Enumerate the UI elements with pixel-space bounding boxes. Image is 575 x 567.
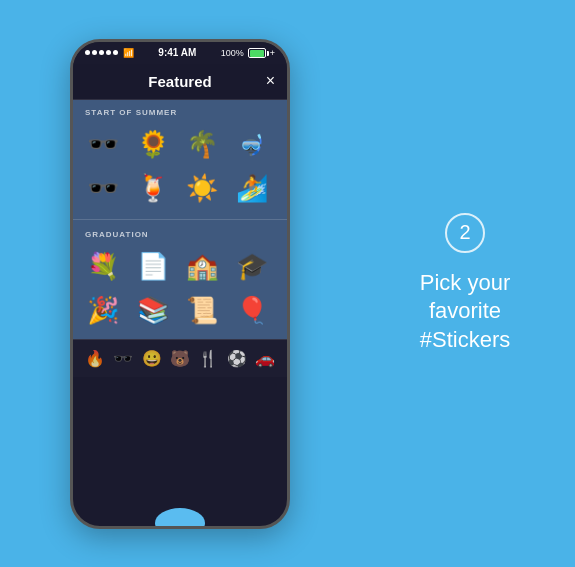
sticker-diploma[interactable]: 📄 xyxy=(133,247,173,287)
dot-5 xyxy=(113,50,118,55)
battery-fill xyxy=(250,50,264,57)
info-line-2: favorite xyxy=(420,297,510,326)
glasses-icon: 🕶️ xyxy=(113,349,133,368)
dot-1 xyxy=(85,50,90,55)
modal-title: Featured xyxy=(148,73,211,90)
status-time: 9:41 AM xyxy=(158,47,196,58)
step-number-circle: 2 xyxy=(445,213,485,253)
sticker-graduation-cap[interactable]: 🎓 xyxy=(232,247,272,287)
section-label-graduation: GRADUATION xyxy=(73,222,287,243)
sticker-balloons[interactable]: 🎈 xyxy=(232,291,272,331)
sticker-snorkel[interactable]: 🤿 xyxy=(232,125,272,165)
toolbar-item-food[interactable]: 🍴 xyxy=(198,349,218,368)
car-icon: 🚗 xyxy=(255,349,275,368)
sticker-palm-tree[interactable]: 🌴 xyxy=(182,125,222,165)
emoji-icon: 😀 xyxy=(142,349,162,368)
toolbar-item-fire[interactable]: 🔥 xyxy=(85,349,105,368)
section-graduation: GRADUATION 💐 📄 🏫 🎓 🎉 📚 📜 🎈 xyxy=(73,222,287,339)
close-button[interactable]: × xyxy=(266,72,275,90)
section-summer: START OF SUMMER 🕶️ 🌻 🌴 🤿 🕶️ 🍹 ☀️ 🏄 xyxy=(73,100,287,217)
modal-header: Featured × xyxy=(73,64,287,100)
plus-icon: + xyxy=(270,48,275,58)
fire-icon: 🔥 xyxy=(85,349,105,368)
wifi-icon: 📶 xyxy=(123,48,134,58)
sticker-sunflower[interactable]: 🌻 xyxy=(133,125,173,165)
page-wrapper: 📶 9:41 AM 100% + Featured × START OF SUM… xyxy=(0,0,575,567)
toolbar-item-bear[interactable]: 🐻 xyxy=(170,349,190,368)
sticker-scroll[interactable]: 📜 xyxy=(182,291,222,331)
sticker-content: START OF SUMMER 🕶️ 🌻 🌴 🤿 🕶️ 🍹 ☀️ 🏄 GRADU… xyxy=(73,100,287,339)
section-label-summer: START OF SUMMER xyxy=(73,100,287,121)
home-indicator xyxy=(155,508,205,529)
dot-2 xyxy=(92,50,97,55)
toolbar-item-car[interactable]: 🚗 xyxy=(255,349,275,368)
bottom-toolbar: 🔥 🕶️ 😀 🐻 🍴 ⚽ 🚗 xyxy=(73,339,287,377)
toolbar-item-glasses[interactable]: 🕶️ xyxy=(113,349,133,368)
sticker-bouquet[interactable]: 💐 xyxy=(83,247,123,287)
sticker-books[interactable]: 📚 xyxy=(133,291,173,331)
battery-icon xyxy=(248,48,266,58)
phone-mockup: 📶 9:41 AM 100% + Featured × START OF SUM… xyxy=(70,39,290,529)
step-number: 2 xyxy=(459,221,470,244)
info-line-3: #Stickers xyxy=(420,326,510,355)
sticker-tropical-drink[interactable]: 🍹 xyxy=(133,169,173,209)
fork-icon: 🍴 xyxy=(198,349,218,368)
toolbar-item-emoji[interactable]: 😀 xyxy=(142,349,162,368)
right-panel: 2 Pick your favorite #Stickers xyxy=(385,213,545,355)
battery-percent: 100% xyxy=(221,48,244,58)
sticker-party[interactable]: 🎉 xyxy=(83,291,123,331)
info-line-1: Pick your xyxy=(420,269,510,298)
status-right: 100% + xyxy=(221,48,275,58)
sticker-sun[interactable]: ☀️ xyxy=(182,169,222,209)
soccer-icon: ⚽ xyxy=(227,349,247,368)
graduation-sticker-grid: 💐 📄 🏫 🎓 🎉 📚 📜 🎈 xyxy=(73,243,287,339)
sticker-sunglasses[interactable]: 🕶️ xyxy=(83,125,123,165)
bear-icon: 🐻 xyxy=(170,349,190,368)
signal-dots: 📶 xyxy=(85,48,134,58)
sticker-red-sunglasses[interactable]: 🕶️ xyxy=(83,169,123,209)
sticker-surfer[interactable]: 🏄 xyxy=(232,169,272,209)
status-bar: 📶 9:41 AM 100% + xyxy=(73,42,287,64)
summer-sticker-grid: 🕶️ 🌻 🌴 🤿 🕶️ 🍹 ☀️ 🏄 xyxy=(73,121,287,217)
info-text: Pick your favorite #Stickers xyxy=(420,269,510,355)
sticker-school[interactable]: 🏫 xyxy=(182,247,222,287)
dot-3 xyxy=(99,50,104,55)
toolbar-item-soccer[interactable]: ⚽ xyxy=(227,349,247,368)
section-divider xyxy=(73,219,287,220)
dot-4 xyxy=(106,50,111,55)
